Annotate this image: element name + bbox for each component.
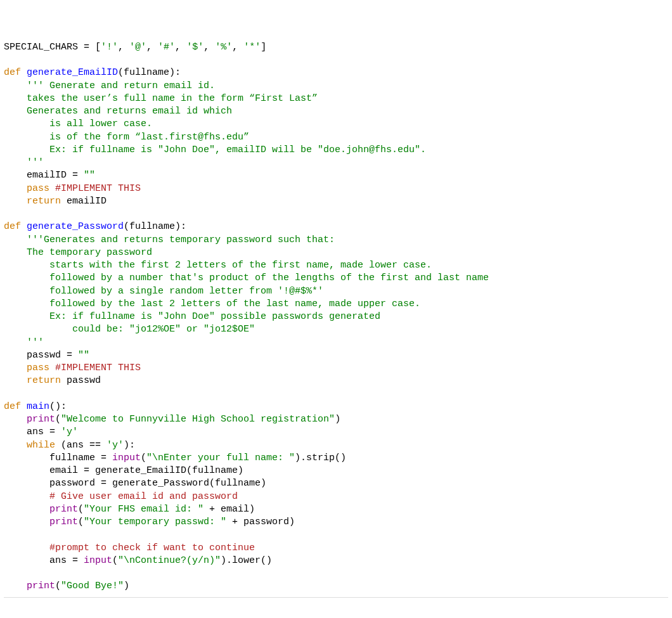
code-token: ,	[118, 42, 129, 53]
code-token	[4, 80, 27, 91]
code-line: print("Good Bye!")	[4, 580, 668, 593]
code-line: def generate_EmailID(fullname):	[4, 67, 668, 79]
code-token: ,	[204, 42, 215, 53]
code-line	[4, 208, 668, 221]
code-token	[4, 414, 27, 425]
code-token: input	[84, 555, 112, 566]
code-token: generate_EmailID	[27, 67, 118, 78]
code-token: '''Generates and returns temporary passw…	[27, 235, 335, 245]
code-token: ():	[49, 401, 67, 412]
code-token: return	[27, 196, 61, 207]
code-token: is of the form “last.first@fhs.edu”	[4, 132, 249, 143]
code-token: '''	[4, 337, 44, 348]
code-token: '*'	[243, 42, 261, 53]
code-line: Ex: if fullname is "John Doe" possible p…	[4, 311, 668, 323]
code-token: generate_Password	[27, 221, 124, 232]
code-line: def generate_Password(fullname):	[4, 221, 668, 233]
code-token: '$'	[186, 42, 204, 53]
code-token	[49, 363, 55, 373]
code-line: Generates and returns email id which	[4, 105, 668, 118]
code-line: pass #IMPLEMENT THIS	[4, 183, 668, 195]
code-token: (	[141, 453, 146, 463]
code-token: Ex: if fullname is "John Doe", emailID w…	[4, 145, 426, 155]
code-token: Ex: if fullname is "John Doe" possible p…	[4, 311, 380, 322]
code-token: )	[124, 581, 129, 591]
code-token: (	[78, 504, 84, 515]
code-token: print	[27, 581, 55, 591]
code-token: # Give user email id and password	[49, 491, 238, 502]
code-line: pass #IMPLEMENT THIS	[4, 362, 668, 375]
code-token: ]	[261, 42, 266, 53]
code-line: followed by the last 2 letters of the la…	[4, 298, 668, 311]
code-token: 'y'	[61, 427, 78, 437]
code-token: (	[55, 414, 61, 425]
code-line: '''	[4, 157, 668, 169]
code-token: )	[335, 414, 340, 425]
code-token: passwd =	[4, 350, 78, 361]
code-token: "Good Bye!"	[61, 581, 124, 591]
code-token: ,	[232, 42, 243, 53]
code-token: (	[112, 555, 118, 566]
code-token: is all lower case.	[4, 119, 152, 129]
code-line: followed by a single random letter from …	[4, 285, 668, 298]
code-token: '@'	[129, 42, 146, 53]
code-token	[21, 401, 27, 412]
code-token	[49, 183, 55, 194]
code-line: print("Welcome to Funnyville High School…	[4, 413, 668, 426]
code-token: Generates and returns email id which	[4, 106, 232, 117]
code-token: followed by a number that's product of t…	[4, 273, 489, 283]
code-line: while (ans == 'y'):	[4, 439, 668, 452]
code-line: SPECIAL_CHARS = ['!', '@', '#', '$', '%'…	[4, 41, 668, 54]
code-token: ):	[124, 440, 135, 451]
code-line: def main():	[4, 401, 668, 413]
code-line	[4, 54, 668, 67]
code-token: ans =	[4, 427, 61, 437]
code-token: main	[27, 401, 49, 412]
code-token: ).strip()	[295, 453, 346, 463]
code-line: fullname = input("\nEnter your full name…	[4, 452, 668, 465]
code-token	[4, 517, 49, 527]
code-line: email = generate_EmailID(fullname)	[4, 465, 668, 477]
code-token: + password)	[226, 517, 295, 527]
code-line: followed by a number that's product of t…	[4, 272, 668, 285]
code-token: "Your FHS email id: "	[84, 504, 204, 515]
code-token	[4, 491, 49, 502]
code-token: SPECIAL_CHARS = [	[4, 42, 101, 53]
code-line: # Give user email id and password	[4, 491, 668, 503]
code-token: "Welcome to Funnyville High School regis…	[61, 414, 335, 425]
code-token	[21, 221, 27, 232]
code-token: followed by the last 2 letters of the la…	[4, 299, 420, 309]
code-token: (fullname):	[118, 67, 181, 78]
code-token: ,	[146, 42, 158, 53]
code-token	[4, 235, 27, 245]
code-token: #IMPLEMENT THIS	[55, 183, 141, 194]
code-token: (	[78, 517, 84, 527]
code-line: print("Your FHS email id: " + email)	[4, 503, 668, 516]
code-line: return emailID	[4, 195, 668, 208]
code-line: Ex: if fullname is "John Doe", emailID w…	[4, 144, 668, 157]
code-token	[4, 375, 27, 386]
code-token: def	[4, 221, 21, 232]
code-token: ''' Generate and return email id.	[27, 80, 215, 91]
code-token: (	[55, 581, 61, 591]
code-token: emailID	[61, 196, 107, 207]
code-line: password = generate_Password(fullname)	[4, 477, 668, 490]
code-token: (ans ==	[55, 440, 107, 451]
code-line	[4, 529, 668, 541]
code-line: emailID = ""	[4, 169, 668, 182]
code-token	[4, 581, 27, 591]
code-block: SPECIAL_CHARS = ['!', '@', '#', '$', '%'…	[4, 41, 668, 598]
code-token: + email)	[204, 504, 255, 515]
code-line: starts with the first 2 letters of the f…	[4, 259, 668, 272]
code-token	[4, 363, 27, 373]
code-token: The temporary password	[4, 247, 152, 258]
code-token: #prompt to check if want to continue	[49, 543, 255, 553]
code-token	[4, 504, 49, 515]
code-line: takes the user’s full name in the form “…	[4, 93, 668, 105]
code-line: #prompt to check if want to continue	[4, 542, 668, 555]
code-token: could be: "jo12%OE" or "jo12$OE"	[4, 324, 255, 335]
code-token: '''	[4, 157, 44, 168]
code-token: 'y'	[107, 440, 124, 451]
code-token: ""	[84, 170, 95, 181]
code-token: print	[27, 414, 55, 425]
